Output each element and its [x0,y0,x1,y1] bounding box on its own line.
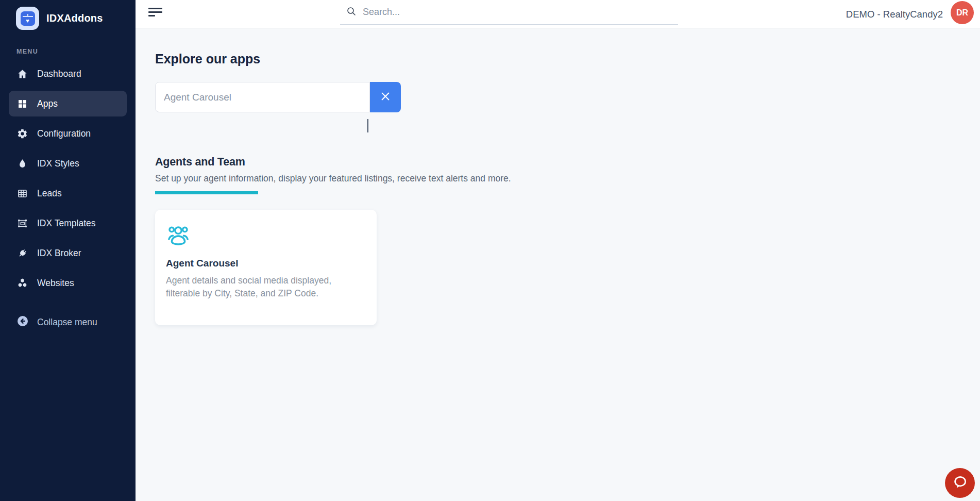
global-search [340,0,678,25]
sidebar-item-websites[interactable]: Websites [9,270,127,296]
menu-section-label: MENU [16,48,38,55]
page-title: Explore our apps [155,52,260,66]
box-heart-icon: ♥ [21,11,35,26]
brand-logo: ♥ [16,7,39,30]
brand[interactable]: ♥ IDXAddons [0,0,136,30]
cubes-icon [16,277,28,289]
sidebar-nav: Dashboard Apps Configuration IDX Styles … [0,61,136,296]
chat-button[interactable] [945,468,975,498]
clear-filter-button[interactable] [370,82,401,112]
sidebar-item-label: IDX Broker [37,248,81,259]
droplet-icon [16,158,28,169]
sidebar-item-label: Dashboard [37,69,81,79]
gear-icon [16,128,28,139]
account-label: DEMO - RealtyCandy2 [846,0,943,29]
sidebar-item-dashboard[interactable]: Dashboard [9,61,127,87]
card-title: Agent Carousel [166,258,238,269]
sidebar-item-leads[interactable]: Leads [9,180,127,206]
search-icon [346,6,357,19]
sidebar-item-label: Leads [37,188,62,199]
sidebar-item-label: IDX Styles [37,158,79,169]
section-title: Agents and Team [155,156,245,169]
sidebar-item-label: IDX Templates [37,218,95,229]
section-accent-bar [155,191,258,194]
sidebar-item-configuration[interactable]: Configuration [9,121,127,146]
chat-bubble-icon [952,475,968,492]
avatar[interactable]: DR [951,1,974,24]
sidebar-item-idx-templates[interactable]: IDX Templates [9,210,127,236]
topbar: DEMO - RealtyCandy2 DR [136,0,980,29]
card-description: Agent details and social media displayed… [166,274,356,300]
collapse-menu-button[interactable]: Collapse menu [9,309,97,335]
sidebar-item-label: Websites [37,278,74,289]
app-card-agent-carousel[interactable]: Agent Carousel Agent details and social … [155,210,377,325]
sidebar-item-label: Configuration [37,128,91,139]
plug-icon [16,247,28,259]
sidebar-item-idx-broker[interactable]: IDX Broker [9,240,127,266]
app-filter [155,82,401,112]
sidebar-item-idx-styles[interactable]: IDX Styles [9,151,127,176]
app-filter-input[interactable] [155,82,370,112]
hamburger-menu-icon[interactable] [148,8,162,16]
sidebar-item-label: Apps [37,98,58,109]
apps-grid-icon [16,98,28,109]
text-caret [367,119,368,132]
home-icon [16,68,28,79]
section-description: Set up your agent information, display y… [155,173,511,184]
main-content: Explore our apps Agents and Team Set up … [136,29,980,501]
table-icon [16,188,28,199]
circle-arrow-left-icon [16,315,29,329]
collapse-menu-label: Collapse menu [37,317,97,328]
sidebar: ♥ IDXAddons MENU Dashboard Apps Configur… [0,0,136,501]
global-search-input[interactable] [363,7,678,18]
sidebar-item-apps[interactable]: Apps [9,91,127,116]
close-icon [380,91,391,104]
brand-name: IDXAddons [46,12,103,24]
object-group-icon [16,218,28,229]
people-group-icon [166,223,191,248]
